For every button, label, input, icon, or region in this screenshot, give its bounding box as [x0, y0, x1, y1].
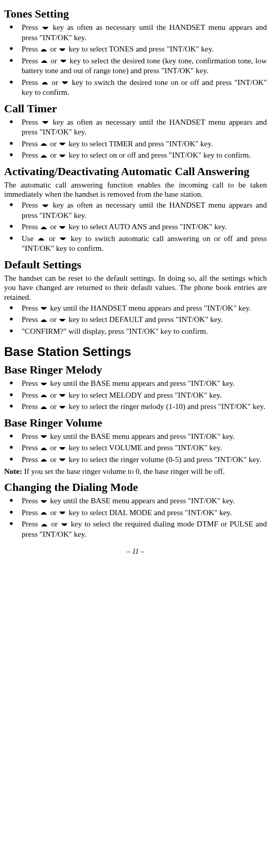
list-item-text: Press or key to select TIMER and press "… — [22, 139, 267, 149]
list-tones: ●Press key as often as necessary until t… — [4, 23, 267, 98]
heading-base-ringer-volume: Base Ringer Volume — [4, 416, 267, 430]
list-item: ●Press key as often as necessary until t… — [4, 117, 267, 138]
list-item-text: Press or key to select MELODY and press … — [22, 390, 267, 401]
bullet-icon: ● — [4, 303, 22, 312]
list-item-text: Press or key to select the desired tone … — [22, 56, 267, 76]
list-item: ●Press or key to switch the desired tone… — [4, 78, 267, 98]
list-item: ●Press or key to select DEFAULT and pres… — [4, 315, 267, 325]
note-label: Note: — [4, 467, 22, 475]
heading-base-station-settings: Base Station Settings — [4, 345, 267, 359]
list-item: ●Press or key to select MELODY and press… — [4, 390, 267, 401]
list-item: ●Press or key to select DIAL MODE and pr… — [4, 508, 267, 518]
list-item: ●Press or key to select the desired tone… — [4, 56, 267, 76]
heading-tones-setting: Tones Setting — [4, 7, 267, 21]
bullet-icon: ● — [4, 222, 22, 231]
bullet-icon: ● — [4, 315, 22, 324]
page-number: – 11 – — [4, 548, 267, 556]
bullet-icon: ● — [4, 23, 22, 31]
list-item-text: Press key until the HANDSET menu appears… — [22, 303, 267, 314]
list-item-text: Press key as often as necessary until th… — [22, 200, 267, 220]
heading-call-timer: Call Timer — [4, 102, 267, 115]
list-item-text: Press or key to switch the desired tone … — [22, 78, 267, 98]
list-item: ●Press or key to select AUTO ANS and pre… — [4, 222, 267, 232]
list-item: ●Press key until the BASE menu appears a… — [4, 379, 267, 389]
list-item: ●Press or key to select VOLUME and press… — [4, 443, 267, 453]
list-base-melody: ●Press key until the BASE menu appears a… — [4, 379, 267, 412]
list-item: ●Use or key to switch automatic call ans… — [4, 234, 267, 254]
bullet-icon: ● — [4, 508, 22, 517]
list-auto-answer: ●Press key as often as necessary until t… — [4, 200, 267, 254]
heading-auto-answer: Activating/Deactivating Automatic Call A… — [4, 165, 267, 178]
bullet-icon: ● — [4, 496, 22, 505]
list-item-text: Press or key to select TONES and press "… — [22, 44, 267, 55]
list-item-text: Press key until the BASE menu appears an… — [22, 496, 267, 506]
list-item: ●"CONFIRM?" will display, press "INT/OK"… — [4, 327, 267, 337]
list-item-text: Press or key to select DIAL MODE and pre… — [22, 508, 267, 518]
bullet-icon: ● — [4, 390, 22, 399]
bullet-icon: ● — [4, 519, 22, 528]
list-item-text: Press key until the BASE menu appears an… — [22, 432, 267, 442]
note-text: If you set the base ringer volume to 0, … — [22, 467, 225, 475]
list-item-text: Press or key to select VOLUME and press … — [22, 443, 267, 453]
heading-base-ringer-melody: Base Ringer Melody — [4, 363, 267, 377]
bullet-icon: ● — [4, 78, 22, 87]
list-item: ●Press or key to select the ringer volum… — [4, 455, 267, 465]
bullet-icon: ● — [4, 200, 22, 209]
list-item-text: Press key until the BASE menu appears an… — [22, 379, 267, 389]
list-base-volume: ●Press key until the BASE menu appears a… — [4, 432, 267, 465]
list-default-settings: ●Press key until the HANDSET menu appear… — [4, 303, 267, 337]
bullet-icon: ● — [4, 327, 22, 335]
list-item-text: Press or key to select AUTO ANS and pres… — [22, 222, 267, 232]
bullet-icon: ● — [4, 44, 22, 53]
bullet-icon: ● — [4, 443, 22, 452]
bullet-icon: ● — [4, 117, 22, 126]
bullet-icon: ● — [4, 56, 22, 65]
list-item: ●Press or key to select TONES and press … — [4, 44, 267, 55]
heading-dialing-mode: Changing the Dialing Mode — [4, 481, 267, 494]
bullet-icon: ● — [4, 432, 22, 440]
paragraph-auto-answer: The automatic call answering function en… — [4, 180, 267, 200]
bullet-icon: ● — [4, 234, 22, 243]
list-item-text: Press or key to select the required dial… — [22, 519, 267, 539]
paragraph-default-settings: The handset can be reset to the default … — [4, 274, 267, 302]
list-item: ●Press or key to select the required dia… — [4, 519, 267, 539]
list-item-text: Press or key to select the ringer melody… — [22, 402, 267, 412]
bullet-icon: ● — [4, 379, 22, 387]
list-call-timer: ●Press key as often as necessary until t… — [4, 117, 267, 161]
list-item: ●Press or key to select TIMER and press … — [4, 139, 267, 149]
list-item-text: Press or key to select DEFAULT and press… — [22, 315, 267, 325]
list-item: ●Press key as often as necessary until t… — [4, 23, 267, 43]
list-item: ●Press or key to select the ringer melod… — [4, 402, 267, 412]
note-base-volume: Note: If you set the base ringer volume … — [4, 467, 267, 476]
bullet-icon: ● — [4, 150, 22, 159]
list-item: ●Press or key to select on or off and pr… — [4, 150, 267, 161]
bullet-icon: ● — [4, 139, 22, 148]
list-dialing-mode: ●Press key until the BASE menu appears a… — [4, 496, 267, 539]
list-item-text: Use or key to switch automatic call answ… — [22, 234, 267, 254]
heading-default-settings: Default Settings — [4, 258, 267, 271]
bullet-icon: ● — [4, 402, 22, 411]
list-item: ●Press key as often as necessary until t… — [4, 200, 267, 220]
list-item-text: Press key as often as necessary until th… — [22, 117, 267, 138]
list-item-text: "CONFIRM?" will display, press "INT/OK" … — [22, 327, 267, 337]
list-item: ●Press key until the HANDSET menu appear… — [4, 303, 267, 314]
list-item: ●Press key until the BASE menu appears a… — [4, 496, 267, 506]
list-item: ●Press key until the BASE menu appears a… — [4, 432, 267, 442]
list-item-text: Press or key to select on or off and pre… — [22, 150, 267, 161]
bullet-icon: ● — [4, 455, 22, 464]
list-item-text: Press or key to select the ringer volume… — [22, 455, 267, 465]
list-item-text: Press key as often as necessary until th… — [22, 23, 267, 43]
